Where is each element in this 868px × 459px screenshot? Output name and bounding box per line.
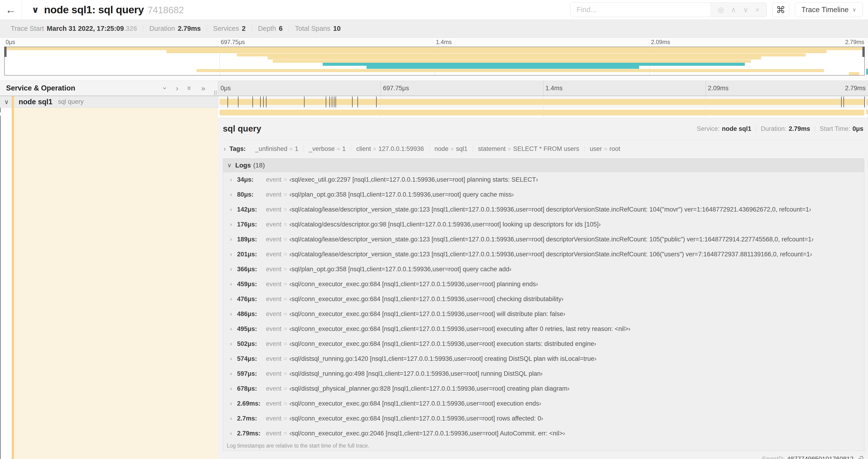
- chevron-right-icon: ›: [230, 206, 237, 213]
- locate-icon[interactable]: ◎: [718, 6, 724, 14]
- back-button[interactable]: ←: [0, 0, 22, 19]
- tag-item: _verbose=1: [304, 145, 351, 153]
- summary-item-value: 10: [333, 25, 341, 32]
- log-row[interactable]: ›201μs:event=‹sql/catalog/lease/descript…: [223, 247, 864, 262]
- tag-value: 1: [342, 145, 346, 153]
- view-selector-button[interactable]: Trace Timeline ∨: [795, 3, 863, 17]
- prev-result-icon[interactable]: ∧: [731, 6, 736, 14]
- log-field-value: ‹sql/catalog/lease/descriptor_version_st…: [289, 251, 812, 258]
- minimap-tick-labels: 0μs697.75μs1.4ms2.09ms2.79ms: [4, 39, 865, 46]
- log-event-tick: [260, 97, 260, 107]
- expanded-left-column: [0, 108, 218, 459]
- keyboard-shortcuts-button[interactable]: ⌘: [772, 3, 789, 17]
- overview-item: Service:node sql1: [692, 125, 756, 132]
- expand-one-icon[interactable]: ›: [176, 85, 179, 92]
- log-timestamp: 495μs:: [237, 325, 265, 333]
- log-row[interactable]: ›142μs:event=‹sql/catalog/lease/descript…: [223, 202, 864, 217]
- tag-key: statement: [478, 145, 506, 153]
- operation-name: sql query: [58, 98, 84, 105]
- right-edge-span-fragment: [866, 69, 868, 75]
- log-row[interactable]: ›476μs:event=‹sql/conn_executor_exec.go:…: [223, 292, 864, 306]
- span-row-timeline-cell[interactable]: [218, 96, 868, 108]
- expand-all-icon[interactable]: »: [201, 85, 205, 92]
- log-row[interactable]: ›597μs:event=‹sql/distsql_running.go:498…: [223, 366, 864, 381]
- span-row-name-cell[interactable]: ∨ node sql1 sql query: [0, 96, 218, 108]
- span-row[interactable]: ∨ node sql1 sql query: [0, 96, 868, 108]
- logs-header[interactable]: ∨ Logs (18): [223, 159, 864, 172]
- log-field-value: ‹sql/catalog/lease/descriptor_version_st…: [289, 236, 814, 243]
- overview-item-label: Duration:: [761, 125, 786, 132]
- log-row[interactable]: ›80μs:event=‹sql/plan_opt.go:358 [nsql1,…: [223, 187, 864, 202]
- chevron-right-icon: ›: [230, 311, 237, 317]
- log-row[interactable]: ›34μs:event=‹sql/exec_util.go:2297 [nsql…: [223, 172, 864, 187]
- tag-item: client=127.0.0.1:59936: [351, 145, 429, 153]
- clear-search-icon[interactable]: ×: [755, 6, 760, 14]
- log-field-value: ‹sql/plan_opt.go:358 [nsql1,client=127.0…: [289, 191, 514, 198]
- equals-sign: =: [284, 221, 287, 228]
- log-timestamp: 2.7ms:: [237, 415, 265, 422]
- equals-sign: =: [284, 236, 287, 242]
- chevron-right-icon: ›: [230, 356, 237, 362]
- panel-resize-grip[interactable]: [214, 91, 217, 95]
- equals-sign: =: [284, 191, 287, 198]
- ruler-tick-label: 697.75μs: [380, 85, 409, 92]
- row-collapse-icon[interactable]: ∨: [4, 98, 9, 106]
- log-field-value: ‹sql/distsql_physical_planner.go:828 [ns…: [289, 385, 569, 392]
- equals-sign: =: [448, 146, 456, 152]
- log-row[interactable]: ›366μs:event=‹sql/plan_opt.go:358 [nsql1…: [223, 262, 864, 276]
- log-field-value: ‹sql/conn_executor_exec.go:684 [nsql1,cl…: [289, 340, 596, 348]
- equals-sign: =: [284, 326, 287, 332]
- log-row[interactable]: ›2.79ms:event=‹sql/conn_executor_exec.go…: [223, 426, 864, 441]
- tags-list: _unfinished=1_verbose=1client=127.0.0.1:…: [250, 145, 625, 153]
- log-event-tick: [336, 97, 336, 107]
- log-field-value: ‹sql/distsql_running.go:498 [nsql1,clien…: [289, 370, 543, 378]
- log-event-tick: [263, 97, 264, 107]
- log-event-tick: [352, 97, 352, 107]
- log-row[interactable]: ›176μs:event=‹sql/catalog/descs/descript…: [223, 217, 864, 232]
- log-row[interactable]: ›189μs:event=‹sql/catalog/lease/descript…: [223, 232, 864, 247]
- minimap-tick-label: 1.4ms: [436, 39, 452, 45]
- span-id-row: SpanID: 4877749850101760812: [223, 456, 864, 459]
- log-row[interactable]: ›678μs:event=‹sql/distsql_physical_plann…: [223, 381, 864, 396]
- tags-row[interactable]: › Tags: _unfinished=1_verbose=1client=12…: [223, 142, 864, 156]
- minimap-right-handle[interactable]: [862, 47, 865, 57]
- minimap-canvas[interactable]: [4, 47, 865, 75]
- detail-row-span-bar[interactable]: [220, 110, 864, 116]
- trace-collapse-icon[interactable]: ∨: [32, 5, 39, 15]
- log-row[interactable]: ›2.69ms:event=‹sql/conn_executor_exec.go…: [223, 396, 864, 411]
- equals-sign: =: [287, 146, 295, 152]
- log-field-value: ‹sql/conn_executor_exec.go:2046 [nsql1,c…: [289, 430, 565, 437]
- span-duration-bar[interactable]: [220, 99, 864, 105]
- tag-value: 1: [295, 145, 298, 153]
- minimap-left-handle[interactable]: [4, 47, 6, 57]
- log-row[interactable]: ›486μs:event=‹sql/conn_executor_exec.go:…: [223, 306, 864, 321]
- chevron-right-icon: ›: [230, 296, 237, 302]
- tag-value: root: [610, 145, 620, 153]
- log-row[interactable]: ›502μs:event=‹sql/conn_executor_exec.go:…: [223, 336, 864, 351]
- collapse-one-icon[interactable]: ›: [161, 87, 169, 90]
- span-detail-header: sql query Service:node sql1Duration:2.79…: [223, 120, 864, 137]
- logs-note: Log timestamps are relative to the start…: [223, 441, 864, 451]
- collapse-all-icon[interactable]: »: [186, 86, 193, 90]
- tag-item: user=root: [585, 145, 625, 153]
- summary-item: Trace StartMarch 31 2022, 17:25:09.326: [5, 25, 143, 32]
- log-row[interactable]: ›459μs:event=‹sql/conn_executor_exec.go:…: [223, 276, 864, 292]
- log-row[interactable]: ›574μs:event=‹sql/distsql_running.go:142…: [223, 351, 864, 366]
- equals-sign: =: [284, 176, 287, 183]
- back-arrow-icon: ←: [6, 3, 16, 16]
- span-detail-panel: sql query Service:node sql1Duration:2.79…: [218, 118, 868, 459]
- next-result-icon[interactable]: ∨: [743, 6, 748, 14]
- log-field-key: event: [266, 251, 281, 258]
- log-timestamp: 2.69ms:: [237, 400, 265, 407]
- deep-link-icon[interactable]: [857, 456, 864, 459]
- log-row[interactable]: ›495μs:event=‹sql/conn_executor_exec.go:…: [223, 321, 864, 336]
- minimap-span: [5, 47, 864, 50]
- find-input[interactable]: [570, 3, 711, 17]
- chevron-right-icon: ›: [230, 371, 237, 377]
- equals-sign: =: [602, 146, 610, 152]
- log-row[interactable]: ›2.7ms:event=‹sql/conn_executor_exec.go:…: [223, 411, 864, 426]
- ruler-tick-label: 1.4ms: [543, 85, 563, 92]
- log-field-value: ‹sql/conn_executor_exec.go:684 [nsql1,cl…: [289, 325, 630, 333]
- minimap-span: [367, 66, 639, 69]
- tag-value: sql1: [456, 145, 468, 153]
